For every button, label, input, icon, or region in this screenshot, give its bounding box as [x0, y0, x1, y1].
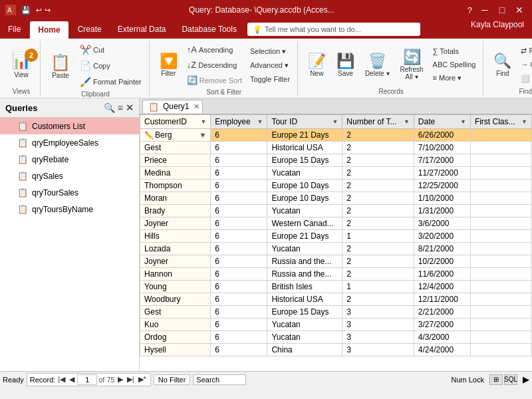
cell-customerid: Woodbury	[140, 293, 211, 306]
undo-btn[interactable]: ↩	[36, 6, 42, 15]
tab-close-btn[interactable]: ✕	[194, 102, 200, 111]
nav-first-btn[interactable]: |◀	[57, 375, 66, 384]
table-row[interactable]: Kuo6Yucatan33/27/2000	[140, 319, 532, 331]
help-btn[interactable]: ?	[467, 5, 472, 15]
paste-btn[interactable]: 📋 Paste	[46, 47, 75, 84]
nav-prev-btn[interactable]: ◀	[68, 375, 76, 384]
find-btn[interactable]: 🔍 Find	[489, 46, 516, 83]
descending-btn[interactable]: ↓Z Descending	[184, 58, 245, 72]
table-row[interactable]: Brady6Yucatan21/31/2000	[140, 205, 532, 217]
row-dropdown-arrow[interactable]: ▼	[199, 131, 206, 139]
title-bar: A 💾 ↩ ↪ Query: Database- \Query.accdb (A…	[0, 0, 532, 20]
maximize-btn[interactable]: □	[495, 3, 509, 17]
sidebar-item-qry-tours-by-name[interactable]: 📋 qryToursByName	[0, 201, 139, 217]
col-sort-employee[interactable]: ▼	[257, 118, 263, 125]
toggle-filter-btn[interactable]: Toggle Filter	[247, 73, 293, 85]
menu-database-tools[interactable]: Database Tools	[174, 20, 245, 39]
redo-btn[interactable]: ↪	[45, 6, 51, 15]
menu-external-data[interactable]: External Data	[110, 20, 174, 39]
sidebar-close-icon[interactable]: ✕	[126, 102, 134, 113]
sidebar-menu-icon[interactable]: ≡	[118, 102, 123, 113]
table-row[interactable]: Ordog6Yucatan34/3/2000	[140, 331, 532, 344]
table-row[interactable]: Priece6Europe 15 Days27/17/2000	[140, 154, 532, 167]
totals-btn[interactable]: ∑ Totals	[430, 45, 479, 57]
table-row[interactable]: Gest6Europe 15 Days32/21/2000	[140, 306, 532, 319]
remove-sort-btn[interactable]: 🔄 Remove Sort	[184, 73, 245, 87]
spelling-btn[interactable]: ABC Spelling	[430, 59, 479, 70]
menu-create[interactable]: Create	[70, 20, 110, 39]
sidebar-item-customers-list[interactable]: 📋 Customers List	[0, 118, 139, 134]
col-header-date[interactable]: Date ▼	[414, 115, 470, 129]
col-sort-number[interactable]: ▼	[404, 118, 410, 125]
table-row[interactable]: Thompson6Europe 10 Days212/25/2000	[140, 180, 532, 192]
refresh-all-btn[interactable]: 🔄 Refresh All ▾	[396, 45, 428, 84]
minimize-btn[interactable]: ─	[477, 3, 492, 17]
col-header-tourid[interactable]: Tour ID ▼	[267, 115, 342, 129]
col-sort-customerid[interactable]: ▼	[200, 118, 206, 125]
table-row[interactable]: Hills6Europe 21 Days13/20/2000	[140, 230, 532, 243]
search-input[interactable]	[193, 374, 246, 385]
sidebar-item-qry-rebate[interactable]: 📋 qryRebate	[0, 151, 139, 168]
ribbon-group-views: 📊 2 View Views	[3, 41, 41, 96]
table-row[interactable]: Medina6Yucatan211/27/2000	[140, 167, 532, 180]
cell-customerid: Hysell	[140, 344, 211, 356]
replace-btn[interactable]: ⇄ Replace	[517, 45, 532, 57]
col-sort-tourid[interactable]: ▼	[332, 118, 338, 125]
cell-date: 3/20/2000	[414, 230, 470, 243]
table-row[interactable]: Lozada6Yucatan28/21/2000	[140, 243, 532, 255]
cell-firstclass	[470, 205, 531, 217]
tell-me-placeholder: Tell me what you want to do...	[265, 25, 361, 33]
table-row[interactable]: Hannon6Russia and the...211/6/2000	[140, 268, 532, 281]
nav-last-btn[interactable]: ▶|	[126, 375, 136, 384]
selection-btn[interactable]: Selection ▾	[247, 45, 293, 58]
nav-new-btn[interactable]: ▶*	[137, 375, 148, 384]
tell-me-box[interactable]: 💡 Tell me what you want to do...	[247, 23, 420, 36]
view-btn[interactable]: 📊 2 View	[7, 46, 36, 83]
table-row[interactable]: Moran6Europe 10 Days21/10/2000	[140, 192, 532, 205]
views-content: 📊 2 View	[7, 43, 36, 86]
sidebar-item-qry-tour-sales[interactable]: 📋 qryTourSales	[0, 184, 139, 201]
cut-btn[interactable]: ✂️ Cut	[76, 43, 145, 57]
menu-home[interactable]: Home	[30, 21, 68, 39]
nav-next-btn[interactable]: ▶	[116, 375, 124, 384]
table-row[interactable]: Woodbury6Historical USA212/11/2000	[140, 293, 532, 306]
records-content: 📝 New 💾 Save 🗑️ Delete ▾ 🔄 Refresh All ▾…	[303, 43, 479, 86]
advanced-btn[interactable]: Advanced ▾	[247, 59, 293, 72]
col-header-firstclass[interactable]: First Clas... ▼	[470, 115, 531, 129]
goto-btn[interactable]: → Go To ▾	[517, 59, 532, 71]
more-btn[interactable]: ≡ More ▾	[430, 72, 479, 84]
table-row[interactable]: Gest6Historical USA27/10/2000	[140, 142, 532, 154]
delete-btn[interactable]: 🗑️ Delete ▾	[360, 46, 394, 83]
datasheet-view-btn[interactable]: ⊞	[489, 374, 503, 385]
filter-btn[interactable]: 🔽 Filter	[155, 47, 182, 84]
sidebar-item-qry-employee-sales[interactable]: 📋 qryEmployeeSales	[0, 134, 139, 151]
table-row[interactable]: Hysell6China34/24/2000	[140, 344, 532, 356]
table-row[interactable]: Joyner6Western Canad...23/6/2000	[140, 217, 532, 230]
format-painter-btn[interactable]: 🖌️ Format Painter	[76, 74, 145, 89]
new-btn[interactable]: 📝 New	[303, 46, 331, 83]
nav-current-input[interactable]	[77, 374, 97, 385]
save-btn[interactable]: 💾 Save	[332, 46, 359, 83]
close-btn[interactable]: ✕	[512, 3, 527, 17]
scroll-right-arrow[interactable]: ▶	[523, 374, 529, 384]
ascending-btn[interactable]: ↑A Ascending	[184, 43, 245, 57]
sidebar-search-icon[interactable]: 🔍	[104, 102, 115, 113]
table-row[interactable]: ✏️ Berg ▼ 6Europe 21 Days26/26/2000	[140, 129, 532, 142]
cell-customerid: Joyner	[140, 255, 211, 268]
sidebar-item-qry-sales[interactable]: 📋 qrySales	[0, 168, 139, 184]
no-filter-btn[interactable]: No Filter	[154, 374, 191, 385]
copy-btn[interactable]: 📄 Copy	[76, 59, 145, 73]
table-row[interactable]: Young6British Isles112/4/2000	[140, 281, 532, 293]
col-header-number[interactable]: Number of T... ▼	[342, 115, 414, 129]
quick-access-save[interactable]: 💾	[21, 6, 31, 15]
query-tab-1[interactable]: 📋 Query1 ✕	[142, 100, 203, 113]
col-header-employee[interactable]: Employee ▼	[211, 115, 267, 129]
col-sort-firstclass[interactable]: ▼	[521, 118, 527, 125]
col-sort-date[interactable]: ▼	[460, 118, 466, 125]
table-row[interactable]: Joyner6Russia and the...210/2/2000	[140, 255, 532, 268]
col-header-customerid[interactable]: CustomerID ▼	[140, 115, 211, 129]
sql-view-btn[interactable]: SQL	[504, 374, 517, 385]
menu-file[interactable]: File	[0, 20, 29, 39]
table-container[interactable]: CustomerID ▼ Employee ▼	[140, 114, 532, 371]
select-btn[interactable]: ⬜ Select ▾	[517, 72, 532, 85]
